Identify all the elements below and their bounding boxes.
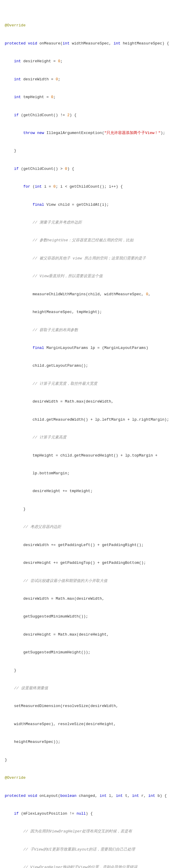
line-21: desireHeight += tmpHeight;: [4, 488, 174, 494]
line-27b: getSuggestedMinimumWidth());: [4, 614, 174, 620]
line-6: if (getChildCount() != 2) {: [4, 112, 174, 118]
line-31b: widthMeasureSpec), resolveSize(desireHei…: [4, 721, 174, 727]
line-10: for (int i = 0; i < getChildCount(); i++…: [4, 184, 174, 190]
line-8: }: [4, 148, 174, 154]
line-36b: // 子View的UI更新导致重新Layout的话，需要我们自己己处理: [4, 847, 174, 852]
line-31: setMeasuredDimension(resolveSize(desireW…: [4, 703, 174, 709]
line-20: tmpHeight = child.getMeasuredHeight() + …: [4, 453, 174, 459]
line-35: if (mFlexLayoutPosition != null) {: [4, 811, 174, 817]
line-26: // 尝试比较建议最小值和期望值的大小并取大值: [4, 578, 174, 584]
line-16: final MarginLayoutParams lp = (MarginLay…: [4, 345, 174, 351]
line-25: desireHeight += getPaddingTop() + getPad…: [4, 560, 174, 566]
line-23: // 考虑父容器内边距: [4, 524, 174, 530]
line-19: // 计算子元素高度: [4, 435, 174, 440]
line-4: int desireWidth = 0;: [4, 76, 174, 83]
line-3: int desireHeight = 0;: [4, 58, 174, 64]
line-17: // 计算子元素宽度，取控件最大宽度: [4, 381, 174, 387]
code-container: @Override protected void onMeasure(int w…: [0, 0, 178, 868]
line-5: int tmpHeight = 0;: [4, 94, 174, 100]
line-13c: // View垂直排列，所以需要设置这个值: [4, 273, 174, 279]
line-9: if (getChildCount() > 0) {: [4, 166, 174, 172]
line-12: // 测量子元素并考虑外边距: [4, 220, 174, 226]
line-29: }: [4, 668, 174, 674]
line-32: }: [4, 757, 174, 763]
line-22: }: [4, 506, 174, 512]
line-33: @Override: [4, 775, 174, 781]
line-11: final View child = getChildAt(i);: [4, 202, 174, 208]
line-13: // 参数heightUse：父容器竖直已经被占用的空间，比如: [4, 238, 174, 243]
line-28b: getSuggestedMinimumHeight());: [4, 650, 174, 655]
line-34: protected void onLayout(boolean changed,…: [4, 793, 174, 799]
line-27: desireWidth = Math.max(desireWidth,: [4, 596, 174, 602]
line-18: desireWidth = Math.max(desireWidth,: [4, 399, 174, 405]
line-28: desireHeight = Math.max(desireHeight,: [4, 632, 174, 638]
line-7: throw new IllegalArgumentException("只允许容…: [4, 130, 174, 136]
line-16b: child.getLayoutParams();: [4, 363, 174, 369]
line-14b: heightMeasureSpec, tmpHeight);: [4, 309, 174, 315]
line-13b: // 被父容器的其他子 view 所占用的空间；这里我们需要的是子: [4, 255, 174, 261]
line-36c: // ViewDragHelper拖动时子View的位置，否则会导致位置错误: [4, 864, 174, 868]
line-24: desireWidth += getPaddingLeft() + getPad…: [4, 542, 174, 548]
code-block: @Override protected void onMeasure(int w…: [4, 5, 174, 868]
line-14: measureChildWithMargins(child, widthMeas…: [4, 291, 174, 297]
line-2: protected void onMeasure(int widthMeasur…: [4, 41, 174, 46]
line-15: // 获取子元素的布局参数: [4, 327, 174, 333]
line-31c: heightMeasureSpec));: [4, 739, 174, 745]
line-18b: child.getMeasuredWidth() + lp.leftMargin…: [4, 417, 174, 423]
line-20b: lp.bottomMargin;: [4, 470, 174, 476]
line-36: // 因为在用到ViewDragHelper处理布局交互的时候，若是有: [4, 829, 174, 835]
line-30: // 设置最终测量值: [4, 685, 174, 691]
line-1: @Override: [4, 23, 174, 28]
